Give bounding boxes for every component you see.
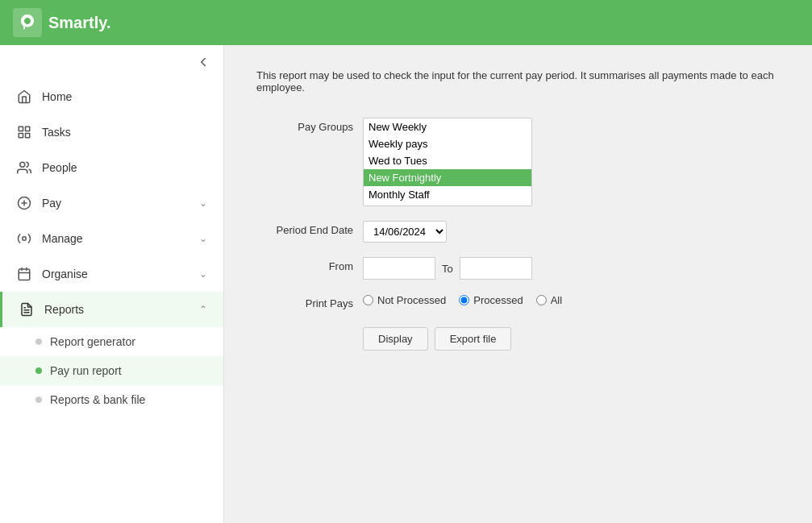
print-pays-row: Print Pays Not Processed Processed All xyxy=(256,294,780,309)
top-header: Smartly. xyxy=(0,0,812,45)
sidebar-subitem-label-report-generator: Report generator xyxy=(50,335,135,348)
dot-icon-reports-bank-file xyxy=(35,396,42,403)
pay-group-option-new-fortnightly[interactable]: New Fortnightly xyxy=(364,169,531,186)
pay-groups-listbox[interactable]: New Weekly Weekly pays Wed to Tues New F… xyxy=(363,118,532,206)
sidebar: Home Tasks xyxy=(0,45,224,523)
reports-chevron-icon: ⌃ xyxy=(199,304,207,315)
sidebar-item-manage[interactable]: Manage ⌄ xyxy=(0,221,223,256)
sidebar-item-people[interactable]: People xyxy=(0,150,223,185)
sidebar-item-label-reports: Reports xyxy=(44,303,189,316)
period-end-date-row: Period End Date 14/06/2024 xyxy=(256,221,780,243)
reports-icon xyxy=(19,301,35,318)
from-to-row: From To xyxy=(256,257,780,280)
sidebar-subitem-label-pay-run-report: Pay run report xyxy=(50,364,122,377)
action-buttons: Display Export file xyxy=(256,327,780,351)
print-pays-all-text: All xyxy=(551,294,562,306)
from-input[interactable] xyxy=(363,257,435,280)
organise-icon xyxy=(16,266,32,282)
manage-chevron-icon: ⌄ xyxy=(199,233,207,244)
sidebar-collapse-button[interactable] xyxy=(0,45,223,79)
from-label: From xyxy=(256,257,353,272)
dot-icon-pay-run-report xyxy=(35,367,42,374)
svg-rect-3 xyxy=(26,134,30,138)
pay-group-option-directors-new[interactable]: Directors (New) xyxy=(364,203,531,206)
print-pays-label: Print Pays xyxy=(256,294,353,309)
sidebar-item-pay[interactable]: Pay ⌄ xyxy=(0,185,223,221)
dot-icon-report-generator xyxy=(35,338,42,345)
print-pays-options: Not Processed Processed All xyxy=(363,294,562,306)
sidebar-item-organise[interactable]: Organise ⌄ xyxy=(0,256,223,292)
pay-groups-label: Pay Groups xyxy=(256,118,353,133)
pay-groups-row: Pay Groups New Weekly Weekly pays Wed to… xyxy=(256,118,780,206)
main-layout: Home Tasks xyxy=(0,45,812,523)
organise-chevron-icon: ⌄ xyxy=(199,268,207,280)
svg-rect-2 xyxy=(26,127,30,131)
pay-icon xyxy=(16,195,32,211)
sidebar-subitem-report-generator[interactable]: Report generator xyxy=(0,327,223,356)
sidebar-item-label-pay: Pay xyxy=(42,197,189,210)
print-pays-processed-radio[interactable] xyxy=(459,295,469,305)
sidebar-subitem-pay-run-report[interactable]: Pay run report xyxy=(0,356,223,385)
pay-group-option-wed-to-tues[interactable]: Wed to Tues xyxy=(364,152,531,169)
smartly-logo-icon xyxy=(13,8,42,37)
people-icon xyxy=(16,160,32,176)
tasks-icon xyxy=(16,124,32,140)
print-pays-all-radio[interactable] xyxy=(536,295,547,305)
from-to-inputs: To xyxy=(363,257,532,280)
content-area: This report may be used to check the inp… xyxy=(224,45,812,523)
sidebar-item-label-tasks: Tasks xyxy=(42,126,207,139)
pay-chevron-icon: ⌄ xyxy=(199,197,207,209)
to-label: To xyxy=(442,263,453,275)
sidebar-subitem-label-reports-bank-file: Reports & bank file xyxy=(50,393,145,406)
svg-point-5 xyxy=(20,162,25,167)
pay-group-option-monthly-staff[interactable]: Monthly Staff xyxy=(364,186,531,203)
svg-point-9 xyxy=(23,237,27,241)
sidebar-item-home[interactable]: Home xyxy=(0,79,223,114)
sidebar-item-label-organise: Organise xyxy=(42,268,189,280)
info-text: This report may be used to check the inp… xyxy=(256,69,780,93)
sidebar-item-label-people: People xyxy=(42,161,207,174)
logo-area: Smartly. xyxy=(13,8,110,37)
chevron-left-icon xyxy=(196,55,210,69)
sidebar-item-label-manage: Manage xyxy=(42,232,189,245)
export-file-button[interactable]: Export file xyxy=(435,327,512,351)
print-pays-not-processed-radio[interactable] xyxy=(363,295,373,305)
print-pays-not-processed-label[interactable]: Not Processed xyxy=(363,294,446,306)
form-section: Pay Groups New Weekly Weekly pays Wed to… xyxy=(256,118,780,351)
sidebar-item-tasks[interactable]: Tasks xyxy=(0,114,223,150)
period-end-date-select[interactable]: 14/06/2024 xyxy=(363,221,447,243)
home-icon xyxy=(16,89,32,105)
pay-group-option-new-weekly[interactable]: New Weekly xyxy=(364,118,531,135)
svg-rect-10 xyxy=(19,269,30,280)
period-end-date-label: Period End Date xyxy=(256,221,353,236)
manage-icon xyxy=(16,230,32,247)
print-pays-processed-text: Processed xyxy=(473,294,523,306)
display-button[interactable]: Display xyxy=(363,327,428,351)
sidebar-item-reports[interactable]: Reports ⌃ xyxy=(0,292,223,327)
print-pays-processed-label[interactable]: Processed xyxy=(459,294,523,306)
print-pays-all-label[interactable]: All xyxy=(536,294,562,306)
sidebar-item-label-home: Home xyxy=(42,90,207,103)
svg-rect-4 xyxy=(19,134,23,138)
to-input[interactable] xyxy=(460,257,532,280)
sidebar-subitem-reports-bank-file[interactable]: Reports & bank file xyxy=(0,385,223,414)
logo-text: Smartly. xyxy=(48,14,110,32)
svg-rect-1 xyxy=(19,127,23,131)
print-pays-not-processed-text: Not Processed xyxy=(377,294,446,306)
pay-group-option-weekly-pays[interactable]: Weekly pays xyxy=(364,135,531,152)
